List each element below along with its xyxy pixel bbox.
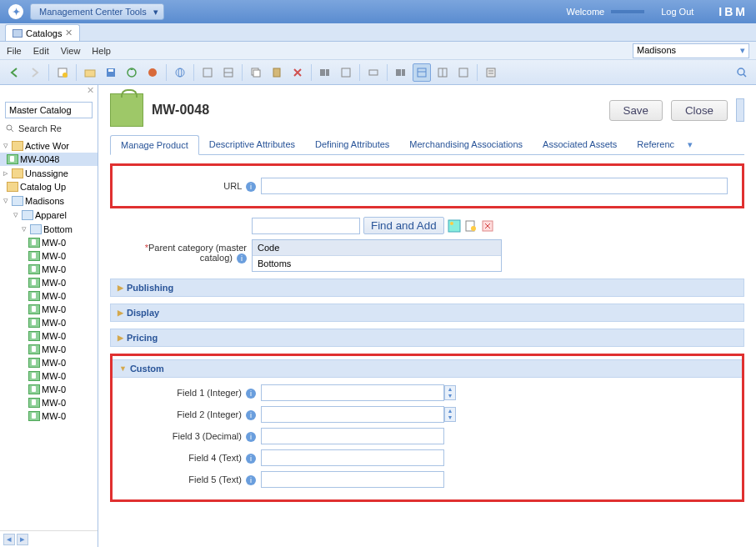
field2-input[interactable] (261, 406, 444, 423)
back-button[interactable] (5, 63, 23, 82)
tool-3[interactable] (337, 63, 355, 82)
paste-button[interactable] (268, 63, 286, 82)
menu-help[interactable]: Help (92, 46, 111, 56)
tool-4[interactable] (364, 63, 383, 82)
remove-icon[interactable] (481, 219, 494, 233)
tools-dropdown[interactable]: Management Center Tools (30, 3, 164, 20)
tree-product-item[interactable]: MW-0 (0, 289, 98, 303)
store-selector[interactable]: Madisons (633, 43, 749, 58)
info-icon[interactable]: i (246, 432, 256, 442)
app-logo-icon: ✦ (8, 4, 23, 19)
tab-catalogs[interactable]: Catalogs ✕ (5, 24, 80, 41)
tree-unassigned[interactable]: ▹Unassigne (0, 166, 98, 180)
properties-button[interactable] (482, 63, 500, 82)
view-mode-3[interactable] (454, 63, 473, 82)
tree-apparel[interactable]: ▿Apparel (0, 208, 98, 222)
refresh-button[interactable] (123, 63, 141, 82)
scroll-left-icon[interactable]: ◂ (3, 534, 15, 545)
open-button[interactable] (81, 63, 99, 82)
tree-product-item[interactable]: MW-0 (0, 263, 98, 276)
tree-item-label: MW-0 (42, 251, 66, 261)
info-icon[interactable]: i (246, 182, 256, 192)
product-icon (28, 371, 40, 381)
info-icon[interactable]: i (246, 475, 256, 485)
field5-input[interactable] (261, 471, 444, 488)
copy-button[interactable] (247, 63, 265, 82)
scroll-right-icon[interactable]: ▸ (17, 534, 28, 545)
tree-product-item[interactable]: MW-0 (0, 303, 98, 316)
tab-references[interactable]: Referenc (627, 135, 684, 154)
tool-2[interactable] (219, 63, 238, 82)
tree-product-item[interactable]: MW-0 (0, 356, 98, 369)
search-button[interactable] (733, 63, 751, 82)
field1-stepper[interactable]: ▲▼ (444, 385, 456, 400)
tree-product-item[interactable]: MW-0 (0, 236, 98, 249)
new-item-icon[interactable] (464, 219, 478, 233)
tree-product-item[interactable]: MW-0 (0, 409, 98, 423)
catalog-selector[interactable]: Master Catalog (5, 102, 93, 118)
code-value[interactable]: Bottoms (253, 256, 501, 271)
tree-active-work[interactable]: ▿Active Wor (0, 138, 98, 153)
tab-assets[interactable]: Associated Assets (533, 135, 627, 154)
tab-merchandising[interactable]: Merchandising Associations (399, 135, 533, 154)
section-display[interactable]: ▶Display (110, 304, 744, 322)
tab-manage-product[interactable]: Manage Product (110, 135, 199, 155)
logout-link[interactable]: Log Out (661, 7, 693, 17)
svg-line-26 (743, 74, 746, 77)
info-icon[interactable]: i (246, 389, 256, 399)
tab-defining[interactable]: Defining Attributes (305, 135, 399, 154)
product-icon (28, 344, 40, 354)
content-header: MW-0048 Save Close (98, 85, 756, 135)
field2-stepper[interactable]: ▲▼ (444, 407, 456, 422)
tree-product-item[interactable]: MW-0 (0, 249, 98, 263)
menu-view[interactable]: View (61, 46, 81, 56)
category-list[interactable]: Code Bottoms (252, 239, 502, 272)
view-mode-1[interactable] (413, 63, 431, 82)
stop-button[interactable] (143, 63, 162, 82)
section-publishing[interactable]: ▶Publishing (110, 279, 744, 297)
info-icon[interactable]: i (246, 410, 256, 420)
field1-input[interactable] (261, 384, 444, 401)
section-pricing[interactable]: ▶Pricing (110, 329, 744, 347)
delete-button[interactable] (288, 63, 307, 82)
image-icon[interactable] (448, 219, 461, 233)
tree-product-item[interactable]: MW-0 (0, 316, 98, 329)
save-button[interactable]: Save (609, 100, 663, 121)
tree-item-label: MW-0 (42, 278, 66, 288)
info-icon[interactable]: i (237, 253, 247, 263)
tabs-overflow-icon[interactable]: ▾ (684, 135, 696, 154)
close-icon[interactable]: ✕ (65, 28, 73, 38)
tree-product-item[interactable]: MW-0 (0, 383, 98, 396)
sidebar-close-icon[interactable]: ✕ (0, 85, 98, 100)
globe-button[interactable] (171, 63, 189, 82)
barcode2-button[interactable] (392, 63, 410, 82)
tree-product-item[interactable]: MW-0 (0, 329, 98, 343)
menu-edit[interactable]: Edit (33, 46, 49, 56)
tree-product-item[interactable]: MW-0 (0, 396, 98, 409)
barcode-button[interactable] (316, 63, 334, 82)
search-row[interactable]: Search Re (0, 120, 98, 137)
close-button[interactable]: Close (671, 100, 728, 121)
section-custom[interactable]: ▼Custom (113, 359, 742, 378)
tree-product-item[interactable]: MW-0 (0, 343, 98, 356)
tab-descriptive[interactable]: Descriptive Attributes (199, 135, 305, 154)
save-button[interactable] (102, 63, 120, 82)
tree-mw0048[interactable]: MW-0048 (0, 153, 98, 166)
field3-input[interactable] (261, 428, 444, 444)
tree-catalog-up[interactable]: Catalog Up (0, 180, 98, 193)
tree-bottom[interactable]: ▿Bottom (0, 222, 98, 236)
find-and-add-button[interactable]: Find and Add (363, 217, 444, 234)
tree-madisons[interactable]: ▿Madisons (0, 193, 98, 208)
info-icon[interactable]: i (246, 454, 256, 464)
new-button[interactable] (53, 63, 72, 82)
forward-button[interactable] (26, 63, 44, 82)
tree-product-item[interactable]: MW-0 (0, 369, 98, 383)
view-mode-2[interactable] (433, 63, 452, 82)
field4-input[interactable] (261, 449, 444, 466)
tree-product-item[interactable]: MW-0 (0, 276, 98, 289)
menu-file[interactable]: File (7, 46, 22, 56)
url-input[interactable] (261, 178, 728, 194)
tool-1[interactable] (198, 63, 217, 82)
panel-handle[interactable] (736, 98, 744, 122)
find-input[interactable] (252, 218, 360, 234)
